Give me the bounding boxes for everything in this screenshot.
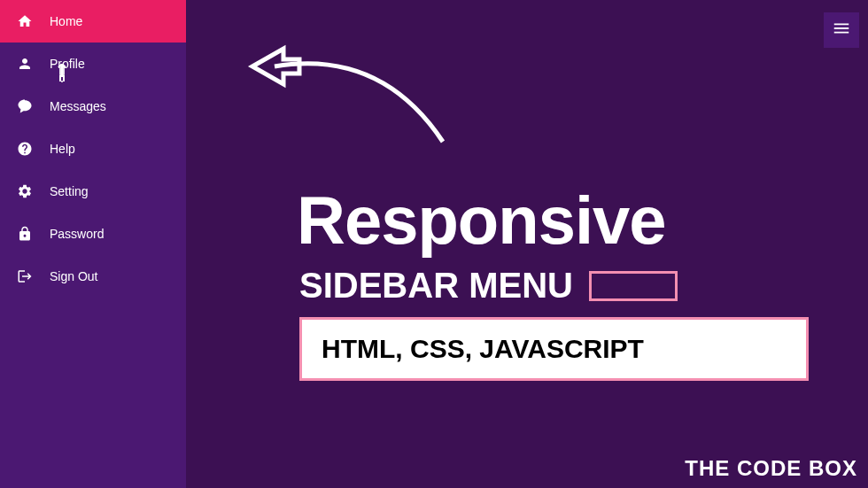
brand-label: THE CODE BOX (685, 456, 857, 481)
comment-icon (16, 97, 34, 115)
sidebar-item-home[interactable]: Home (0, 0, 186, 43)
decorative-box (589, 271, 678, 301)
sidebar-item-help[interactable]: Help (0, 128, 186, 170)
hamburger-button[interactable] (824, 12, 859, 48)
subtitle-row: SIDEBAR MENU (299, 266, 678, 306)
main-title: Responsive (297, 182, 666, 259)
subtitle-text: SIDEBAR MENU (299, 266, 573, 306)
sidebar-item-label: Setting (50, 184, 89, 198)
lock-icon (16, 225, 34, 243)
main-background: Home Profile Messages Help Setting (0, 0, 868, 488)
sidebar-item-label: Home (50, 14, 82, 28)
tech-box: HTML, CSS, JAVASCRIPT (299, 317, 809, 381)
sidebar-item-label: Help (50, 142, 75, 156)
sidebar-item-password[interactable]: Password (0, 213, 186, 255)
sidebar-item-label: Sign Out (50, 269, 97, 283)
user-icon (16, 55, 34, 73)
sidebar: Home Profile Messages Help Setting (0, 0, 186, 488)
sidebar-item-messages[interactable]: Messages (0, 85, 186, 128)
sidebar-item-profile[interactable]: Profile (0, 43, 186, 85)
sidebar-item-label: Password (50, 227, 104, 241)
gear-icon (16, 182, 34, 200)
sidebar-item-label: Profile (50, 57, 85, 71)
hamburger-icon (832, 19, 851, 42)
question-icon (16, 140, 34, 158)
sidebar-item-setting[interactable]: Setting (0, 170, 186, 213)
signout-icon (16, 267, 34, 285)
home-icon (16, 12, 34, 30)
sidebar-item-label: Messages (50, 99, 106, 113)
sidebar-item-signout[interactable]: Sign Out (0, 255, 186, 298)
arrow-annotation (239, 40, 469, 155)
